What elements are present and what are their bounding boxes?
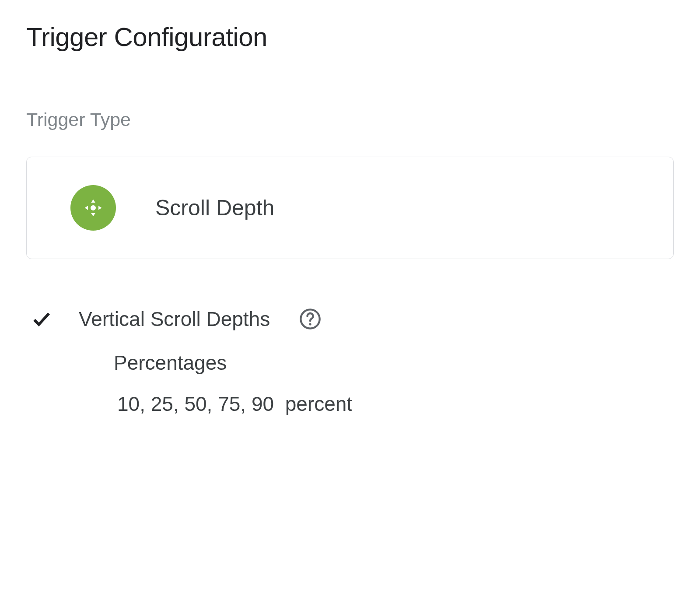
vertical-scroll-depths-label: Vertical Scroll Depths xyxy=(79,307,270,331)
check-icon xyxy=(31,308,52,330)
vertical-scroll-depths-option[interactable]: Vertical Scroll Depths xyxy=(31,307,674,331)
trigger-type-name: Scroll Depth xyxy=(155,195,274,221)
percentages-label: Percentages xyxy=(114,351,674,375)
trigger-type-label: Trigger Type xyxy=(26,109,674,130)
svg-point-0 xyxy=(91,205,96,210)
section-title: Trigger Configuration xyxy=(26,22,674,52)
help-icon[interactable] xyxy=(299,308,322,330)
percentages-value: 10, 25, 50, 75, 90 percent xyxy=(117,392,674,416)
percentages-sub-option: Percentages 10, 25, 50, 75, 90 percent xyxy=(114,351,674,416)
trigger-type-selector[interactable]: Scroll Depth xyxy=(26,157,674,259)
svg-point-2 xyxy=(309,323,312,325)
scroll-depth-icon xyxy=(70,185,116,231)
